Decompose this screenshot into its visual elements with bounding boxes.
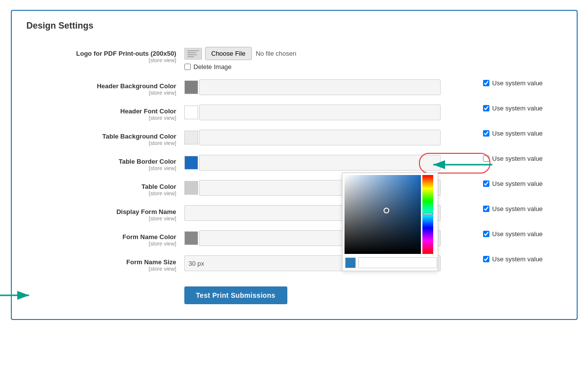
header-font-system-wrap: Use system value <box>483 105 562 112</box>
thumb-line <box>187 56 194 57</box>
form-name-size-label: Form Name Size [store view] <box>27 255 184 272</box>
header-font-input[interactable]: fff <box>199 105 441 120</box>
form-name-color-system-checkbox[interactable] <box>483 231 489 237</box>
test-print-row: Test Print Submissions <box>27 286 562 304</box>
header-font-swatch[interactable] <box>184 106 198 119</box>
header-bg-row: Header Background Color [store view] 808… <box>27 79 562 96</box>
table-bg-control: ebeb <box>184 130 473 145</box>
header-font-input-wrap: fff <box>184 105 441 120</box>
form-name-color-system-wrap: Use system value <box>483 230 562 238</box>
logo-control: Choose File No file chosen Delete Image <box>184 47 562 71</box>
form-name-color-system-label: Use system value <box>492 230 543 238</box>
table-border-control: 7ec7 7ec7 <box>184 155 473 171</box>
delete-image-row: Delete Image <box>184 63 232 71</box>
header-bg-control: 8080 <box>184 79 473 95</box>
table-border-input[interactable]: 7ec7 <box>199 155 441 171</box>
header-font-label: Header Font Color [store view] <box>27 105 184 121</box>
header-bg-input[interactable]: 8080 <box>199 79 441 95</box>
color-gradient-area[interactable] <box>345 175 421 254</box>
form-name-size-system-wrap: Use system value <box>483 255 562 263</box>
settings-container: Design Settings Logo for PDF Print-outs … <box>11 10 578 320</box>
table-border-system-label: Use system value <box>492 155 543 162</box>
form-name-size-system-label: Use system value <box>492 255 543 263</box>
header-bg-input-wrap: 8080 <box>184 79 441 95</box>
table-color-swatch[interactable] <box>184 181 198 195</box>
table-bg-system-checkbox[interactable] <box>483 130 489 137</box>
header-font-system-checkbox[interactable] <box>483 105 489 111</box>
table-border-swatch[interactable] <box>184 156 198 170</box>
color-hex-input[interactable]: 7ec7 <box>358 257 437 268</box>
form-name-color-row: Form Name Color [store view] Use system … <box>27 230 562 247</box>
color-gradient-bg <box>345 175 421 254</box>
header-bg-label: Header Background Color [store view] <box>27 79 184 96</box>
display-form-name-system-label: Use system value <box>492 205 543 212</box>
thumb-line <box>187 54 197 55</box>
click-here-annotation: Click here to preview PDF <box>0 257 22 282</box>
delete-image-label: Delete Image <box>194 63 232 71</box>
header-bg-swatch[interactable] <box>184 80 198 94</box>
table-bg-input[interactable]: ebeb <box>199 130 441 145</box>
bottom-arrow-annotation <box>0 289 32 301</box>
logo-thumb-lines <box>186 49 201 59</box>
test-print-button[interactable]: Test Print Submissions <box>184 286 287 304</box>
form-name-color-label: Form Name Color [store view] <box>27 230 184 247</box>
table-color-label: Table Color [store view] <box>27 180 184 196</box>
thumb-line <box>187 50 199 51</box>
logo-thumbnail <box>184 48 202 60</box>
color-preview-small <box>345 257 356 268</box>
table-color-system-checkbox[interactable] <box>483 180 489 187</box>
table-bg-system-label: Use system value <box>492 130 543 137</box>
display-form-name-row: Display Form Name [store view] Use syste… <box>27 205 562 221</box>
table-color-system-wrap: Use system value <box>483 180 562 187</box>
header-font-system-label: Use system value <box>492 105 543 112</box>
table-bg-row: Table Background Color [store view] ebeb… <box>27 130 562 146</box>
color-picker-inner <box>343 173 438 256</box>
delete-image-checkbox[interactable] <box>184 64 191 70</box>
table-border-label: Table Border Color [store view] <box>27 155 184 171</box>
form-name-size-system-checkbox[interactable] <box>483 256 489 262</box>
color-picker-bottom: 7ec7 <box>343 256 438 271</box>
table-bg-label: Table Background Color [store view] <box>27 130 184 146</box>
header-bg-system-checkbox[interactable] <box>483 80 489 86</box>
logo-field-row: Logo for PDF Print-outs (200x50) [store … <box>27 47 562 71</box>
display-form-name-system-wrap: Use system value <box>483 205 562 212</box>
header-bg-system-wrap: Use system value <box>483 79 562 87</box>
color-picker-circle <box>383 208 389 213</box>
page-title: Design Settings <box>27 21 562 35</box>
header-font-row: Header Font Color [store view] fff Use s… <box>27 105 562 121</box>
table-border-input-wrap: 7ec7 <box>184 155 441 171</box>
display-form-name-label: Display Form Name [store view] <box>27 205 184 221</box>
teal-arrow-svg <box>431 159 495 171</box>
table-border-system-wrap: Use system value <box>483 155 562 162</box>
color-picker-popup: 7ec7 <box>342 173 438 271</box>
table-bg-swatch[interactable] <box>184 131 198 144</box>
logo-label: Logo for PDF Print-outs (200x50) [store … <box>27 47 184 63</box>
hue-marker <box>422 213 433 215</box>
table-bg-input-wrap: ebeb <box>184 130 441 145</box>
header-bg-system-label: Use system value <box>492 79 543 87</box>
table-color-system-label: Use system value <box>492 180 543 187</box>
table-border-row: Table Border Color [store view] 7ec7 <box>27 155 562 171</box>
table-bg-system-wrap: Use system value <box>483 130 562 137</box>
form-name-size-row: Click here to preview PDF Form Name Size… <box>27 255 562 272</box>
table-color-row: Table Color [store view] Use system valu… <box>27 180 562 196</box>
teal-arrow-annotation <box>431 159 495 171</box>
form-name-color-swatch[interactable] <box>184 231 198 245</box>
display-form-name-system-checkbox[interactable] <box>483 206 489 212</box>
hue-strip[interactable] <box>422 175 433 254</box>
bottom-arrow-svg <box>0 289 32 301</box>
logo-row-inner: Choose File No file chosen <box>184 47 297 60</box>
thumb-line <box>187 52 196 53</box>
no-file-text: No file chosen <box>256 50 296 57</box>
choose-file-button[interactable]: Choose File <box>205 47 252 60</box>
header-font-control: fff <box>184 105 473 120</box>
